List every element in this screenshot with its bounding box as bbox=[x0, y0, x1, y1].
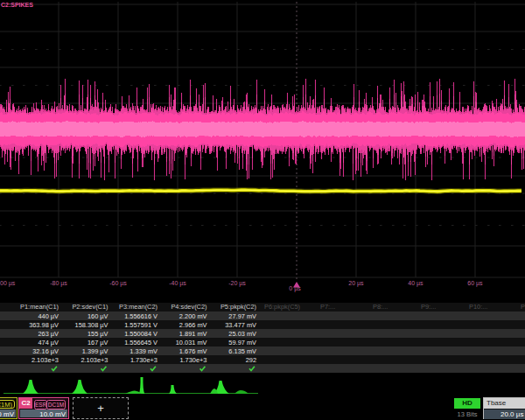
svg-text:32.16 µV: 32.16 µV bbox=[32, 347, 59, 355]
svg-text:P7:...: P7:... bbox=[320, 303, 335, 311]
svg-text:59.97 mV: 59.97 mV bbox=[228, 339, 256, 346]
svg-text:0 µs: 0 µs bbox=[289, 285, 301, 292]
svg-text:P8:...: P8:... bbox=[373, 303, 388, 311]
svg-text:1.339 mV: 1.339 mV bbox=[130, 347, 158, 355]
svg-text:155 µV: 155 µV bbox=[88, 330, 108, 338]
svg-text:P5:pkpk(C2): P5:pkpk(C2) bbox=[220, 303, 256, 311]
svg-text:167 µV: 167 µV bbox=[88, 339, 108, 346]
svg-text:P6:pkpk(C5): P6:pkpk(C5) bbox=[264, 303, 300, 311]
svg-text:2.103e+3: 2.103e+3 bbox=[80, 356, 108, 364]
svg-text:P1:mean(C1): P1:mean(C1) bbox=[20, 303, 59, 311]
svg-text:00 µs: 00 µs bbox=[0, 280, 16, 287]
svg-text:25.03 mV: 25.03 mV bbox=[228, 330, 256, 338]
svg-text:60 µs: 60 µs bbox=[467, 280, 483, 287]
svg-text:P2:sdev(C1): P2:sdev(C1) bbox=[72, 303, 108, 311]
svg-text:1.730e+3: 1.730e+3 bbox=[179, 356, 206, 364]
svg-text:158.308 µV: 158.308 µV bbox=[75, 321, 108, 329]
svg-text:1.399 µV: 1.399 µV bbox=[82, 347, 108, 355]
svg-text:10.031 mV: 10.031 mV bbox=[176, 339, 207, 346]
svg-text:P3:mean(C2): P3:mean(C2) bbox=[119, 303, 158, 311]
svg-text:20 µs: 20 µs bbox=[348, 280, 364, 287]
svg-text:1.557591 V: 1.557591 V bbox=[124, 321, 158, 329]
svg-text:40 µs: 40 µs bbox=[408, 280, 424, 287]
svg-text:-60 µs: -60 µs bbox=[109, 280, 127, 287]
svg-text:1.556616 V: 1.556616 V bbox=[124, 312, 158, 320]
svg-text:2.966 mV: 2.966 mV bbox=[179, 321, 207, 329]
svg-text:33.477 mV: 33.477 mV bbox=[225, 321, 256, 329]
svg-text:P: P bbox=[521, 303, 525, 311]
svg-text:P9:...: P9:... bbox=[421, 303, 436, 311]
svg-text:263 µV: 263 µV bbox=[38, 330, 59, 338]
svg-text:1.550084 V: 1.550084 V bbox=[124, 330, 158, 338]
svg-text:292: 292 bbox=[246, 356, 256, 364]
svg-text:27.97 mV: 27.97 mV bbox=[228, 312, 256, 320]
svg-text:6.135 mV: 6.135 mV bbox=[228, 347, 256, 355]
svg-text:P10:...: P10:... bbox=[469, 303, 487, 311]
svg-text:1.556645 V: 1.556645 V bbox=[124, 339, 158, 346]
svg-text:440 µV: 440 µV bbox=[38, 312, 59, 320]
svg-text:-20 µs: -20 µs bbox=[228, 280, 246, 287]
svg-text:C2:SPIKES: C2:SPIKES bbox=[1, 2, 33, 8]
svg-text:1.676 mV: 1.676 mV bbox=[179, 347, 207, 355]
svg-text:363.98 µV: 363.98 µV bbox=[29, 321, 59, 329]
svg-text:-40 µs: -40 µs bbox=[169, 280, 186, 287]
svg-text:2.103e+3: 2.103e+3 bbox=[32, 356, 59, 364]
svg-text:P4:sdev(C2): P4:sdev(C2) bbox=[171, 303, 206, 311]
svg-text:1.730e+3: 1.730e+3 bbox=[130, 356, 158, 364]
svg-text:160 µV: 160 µV bbox=[88, 312, 108, 320]
svg-text:474 µV: 474 µV bbox=[38, 339, 59, 346]
svg-text:-80 µs: -80 µs bbox=[50, 280, 67, 287]
svg-text:1.891 mV: 1.891 mV bbox=[179, 330, 207, 338]
svg-text:2.200 mV: 2.200 mV bbox=[179, 312, 207, 320]
